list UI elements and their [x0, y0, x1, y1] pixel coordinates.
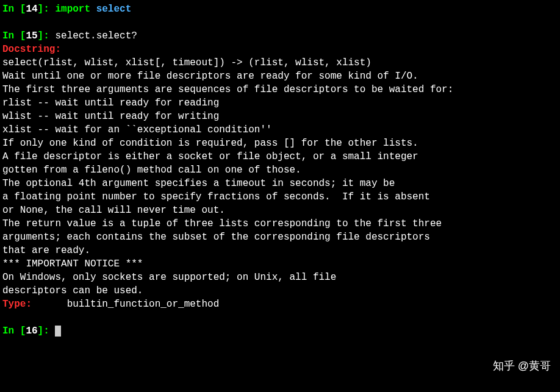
prompt-label: In [	[2, 4, 26, 15]
cursor[interactable]	[55, 326, 61, 337]
doc-line: The return value is a tuple of three lis…	[2, 217, 558, 230]
module-select: select	[96, 4, 132, 15]
type-spacing	[32, 299, 67, 310]
doc-line: Wait until one or more file descriptors …	[2, 69, 558, 83]
input-cell-16[interactable]: In [16]:	[2, 324, 558, 338]
doc-line: that are ready.	[2, 244, 558, 257]
doc-line: *** IMPORTANT NOTICE ***	[2, 257, 558, 271]
type-label: Type:	[2, 299, 32, 310]
terminal-output: In [14]: import select In [15]: select.s…	[2, 2, 558, 338]
keyword-import: import	[55, 4, 90, 15]
prompt-number: 15	[26, 30, 37, 41]
prompt-number: 16	[26, 326, 37, 337]
space	[90, 4, 96, 15]
doc-line: rlist -- wait until ready for reading	[2, 96, 558, 110]
prompt-suffix: ]:	[38, 326, 56, 337]
watermark: 知乎 @黄哥	[493, 358, 551, 374]
doc-line: select(rlist, wlist, xlist[, timeout]) -…	[2, 56, 558, 69]
doc-line: a floating point number to specify fract…	[2, 190, 558, 204]
prompt-label: In [	[2, 326, 26, 337]
doc-line: arguments; each contains the subset of t…	[2, 230, 558, 244]
type-value: builtin_function_or_method	[67, 299, 220, 310]
doc-line: The optional 4th argument specifies a ti…	[2, 177, 558, 190]
prompt-number: 14	[26, 4, 37, 15]
doc-line: descriptors can be used.	[2, 284, 558, 298]
doc-line: wlist -- wait until ready for writing	[2, 110, 558, 123]
doc-line: If only one kind of condition is require…	[2, 137, 558, 150]
code-query: select.select?	[55, 30, 137, 41]
type-line: Type: builtin_function_or_method	[2, 298, 558, 311]
doc-line: On Windows, only sockets are supported; …	[2, 271, 558, 284]
input-cell-15: In [15]: select.select?	[2, 29, 558, 43]
doc-line: xlist -- wait for an ``exceptional condi…	[2, 123, 558, 137]
doc-line: or None, the call will never time out.	[2, 204, 558, 217]
prompt-suffix: ]:	[38, 30, 56, 41]
doc-line: The first three arguments are sequences …	[2, 83, 558, 96]
doc-line: gotten from a fileno() method call on on…	[2, 163, 558, 177]
prompt-suffix: ]:	[38, 4, 56, 15]
doc-line: A file descriptor is either a socket or …	[2, 150, 558, 163]
blank-line	[2, 16, 558, 29]
blank-line	[2, 311, 558, 324]
docstring-label: Docstring:	[2, 44, 61, 55]
docstring-header: Docstring:	[2, 43, 558, 56]
input-cell-14: In [14]: import select	[2, 2, 558, 16]
prompt-label: In [	[2, 30, 26, 41]
